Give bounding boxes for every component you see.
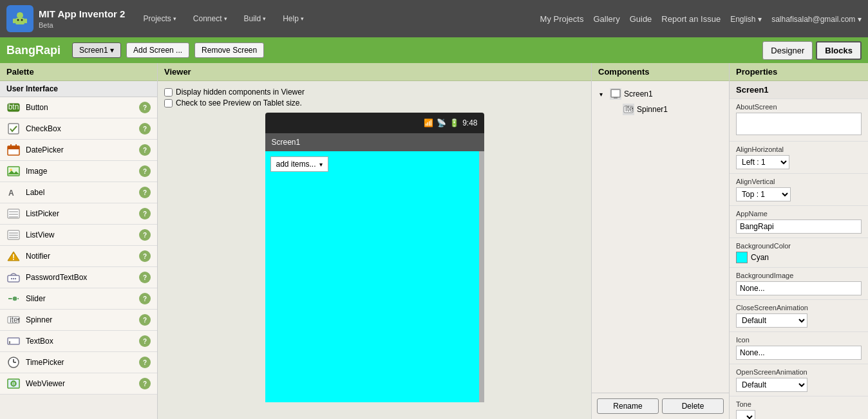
palette-item-label[interactable]: A Label ? [0, 182, 157, 203]
closescreenanimation-select[interactable]: Default Fade Zoom SlideHorizontal SlideV… [736, 313, 807, 328]
textbox-help[interactable]: ? [139, 335, 151, 347]
nav-help[interactable]: Help ▾ [278, 12, 309, 26]
nav-right-area: My Projects Gallery Guide Report an Issu… [540, 14, 862, 24]
nav-guide[interactable]: Guide [630, 14, 652, 24]
palette-item-timepicker[interactable]: TimePicker ? [0, 352, 157, 373]
palette-item-checkbox[interactable]: CheckBox ? [0, 118, 157, 140]
phone-scrollbar[interactable] [479, 151, 484, 402]
remove-screen-button[interactable]: Remove Screen [194, 42, 264, 58]
blocks-button[interactable]: Blocks [816, 41, 862, 60]
help-arrow: ▾ [301, 15, 304, 22]
checkbox-label: CheckBox [26, 124, 139, 133]
prop-alignvertical: AlignVertical Top : 1 Center : 2 Bottom … [730, 174, 868, 206]
openscreenanimation-label: OpenScreenAnimation [736, 368, 862, 376]
screen1-toggle[interactable]: ▾ [599, 91, 607, 98]
components-header: Components [592, 63, 729, 81]
image-label: Image [26, 167, 139, 176]
screen-dropdown-arrow: ▾ [110, 46, 114, 55]
nav-english[interactable]: English ▾ [730, 14, 762, 24]
palette-item-passwordtextbox[interactable]: PasswordTextBox ? [0, 267, 157, 288]
wifi-icon: 📶 [424, 118, 433, 127]
palette-item-listview[interactable]: ListView ? [0, 225, 157, 246]
listview-label: ListView [26, 230, 139, 239]
openscreenanimation-select[interactable]: Default Fade Zoom SlideHorizontal SlideV… [736, 378, 807, 392]
datepicker-icon [6, 143, 21, 157]
tone-select[interactable] [736, 410, 755, 419]
aboutscreen-input[interactable] [736, 113, 862, 135]
nav-my-projects[interactable]: My Projects [540, 14, 584, 24]
button-icon: btn [6, 100, 21, 115]
datepicker-help[interactable]: ? [139, 144, 151, 156]
slider-icon [6, 292, 21, 306]
palette-item-image[interactable]: Image ? [0, 161, 157, 182]
connect-arrow: ▾ [224, 15, 227, 22]
notifier-help[interactable]: ? [139, 250, 151, 262]
app-title: MIT App Inventor 2 [39, 8, 125, 21]
nav-report-issue[interactable]: Report an Issue [661, 14, 721, 24]
alignhorizontal-label: AlignHorizontal [736, 145, 862, 153]
palette-item-textbox[interactable]: TextBox ? [0, 331, 157, 352]
closescreenanimation-label: CloseScreenAnimation [736, 304, 862, 312]
palette-item-button[interactable]: btn Button ? [0, 97, 157, 118]
nav-build[interactable]: Build ▾ [239, 12, 272, 26]
passwordtextbox-icon [6, 270, 21, 284]
project-name: BangRapi [6, 44, 61, 57]
add-screen-button[interactable]: Add Screen ... [126, 42, 189, 58]
battery-icon: 🔋 [449, 118, 459, 127]
ui-section-header: User Interface [0, 81, 157, 97]
nav-user-email[interactable]: salhafisalah@gmail.com ▾ [771, 14, 862, 24]
phone-screen-title: Screen1 [272, 138, 301, 147]
listview-help[interactable]: ? [139, 229, 151, 241]
palette-item-webviewer[interactable]: WebViewer ? [0, 373, 157, 395]
nav-connect[interactable]: Connect ▾ [188, 12, 232, 26]
palette-item-slider[interactable]: Slider ? [0, 288, 157, 310]
spinner-help[interactable]: ? [139, 314, 151, 326]
alignvertical-select[interactable]: Top : 1 Center : 2 Bottom : 3 [736, 187, 791, 201]
palette-item-datepicker[interactable]: DatePicker ? [0, 140, 157, 161]
icon-label: Icon [736, 336, 862, 344]
backgroundimage-input[interactable] [736, 281, 862, 295]
palette-item-listpicker[interactable]: ListPicker ? [0, 203, 157, 225]
backgroundcolor-swatch[interactable] [736, 252, 748, 263]
properties-panel: Properties Screen1 AboutScreen AlignHori… [730, 63, 868, 419]
checkbox-help[interactable]: ? [139, 123, 151, 135]
components-panel: Components ▾ Screen1 items Spinner1 Rena… [591, 63, 730, 419]
prop-openscreenanimation: OpenScreenAnimation Default Fade Zoom Sl… [730, 364, 868, 396]
appname-input[interactable] [736, 219, 862, 234]
svg-point-33 [12, 296, 17, 301]
hidden-components-checkbox[interactable] [164, 88, 173, 97]
webviewer-label: WebViewer [26, 379, 139, 388]
slider-help[interactable]: ? [139, 293, 151, 304]
spinner-widget-text: add items... [276, 160, 316, 169]
webviewer-icon [6, 377, 21, 391]
nav-gallery[interactable]: Gallery [593, 14, 619, 24]
alignhorizontal-select[interactable]: Left : 1 Center : 3 Right : 2 [736, 155, 789, 169]
designer-button[interactable]: Designer [762, 41, 813, 60]
app-logo-icon [6, 5, 33, 32]
timepicker-help[interactable]: ? [139, 357, 151, 368]
rename-button[interactable]: Rename [597, 398, 659, 414]
nav-projects[interactable]: Projects ▾ [138, 12, 181, 26]
image-help[interactable]: ? [139, 165, 151, 177]
spinner-widget[interactable]: add items... ▾ [270, 156, 328, 172]
comp-row-spinner1[interactable]: items Spinner1 [610, 102, 724, 117]
listpicker-help[interactable]: ? [139, 208, 151, 219]
backgroundcolor-value[interactable]: Cyan [751, 253, 769, 262]
label-help[interactable]: ? [139, 187, 151, 198]
icon-input[interactable] [736, 346, 862, 360]
svg-rect-46 [611, 89, 620, 97]
webviewer-help[interactable]: ? [139, 378, 151, 389]
passwordtextbox-help[interactable]: ? [139, 272, 151, 283]
comp-row-screen1[interactable]: ▾ Screen1 [597, 86, 724, 102]
hidden-components-row: Display hidden components in Viewer [164, 88, 585, 97]
button-help[interactable]: ? [139, 102, 151, 113]
viewer-header: Viewer [158, 63, 591, 81]
tablet-preview-checkbox[interactable] [164, 99, 173, 107]
phone-content[interactable]: add items... ▾ [265, 151, 484, 402]
palette-item-notifier[interactable]: ! Notifier ? [0, 246, 157, 267]
delete-button[interactable]: Delete [662, 398, 724, 414]
svg-rect-47 [614, 97, 618, 98]
screen1-button[interactable]: Screen1 ▾ [72, 42, 121, 58]
label-label: Label [26, 188, 139, 197]
palette-item-spinner[interactable]: items Spinner ? [0, 310, 157, 331]
